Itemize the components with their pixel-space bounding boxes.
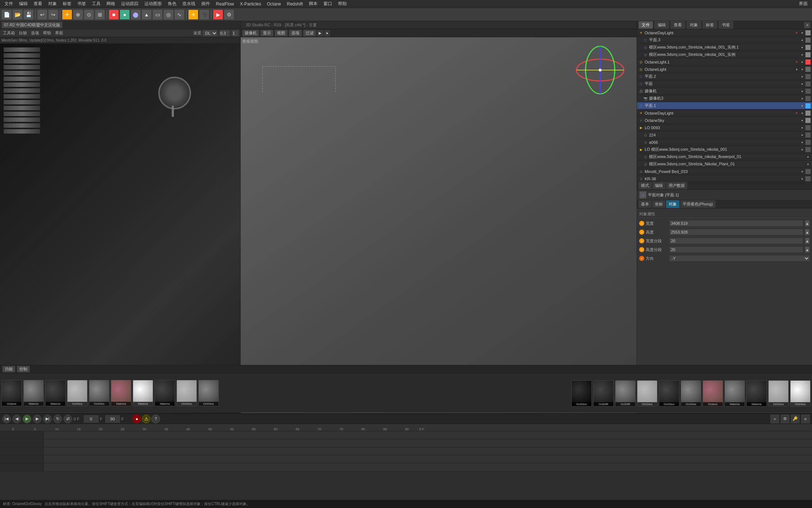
speed-multiplier-input[interactable] — [232, 30, 239, 36]
prop-wseg-spin[interactable]: ▲ — [805, 238, 810, 244]
scene-item[interactable]: ▶ LO 模区www.3dsmj.com_Strelizia_nikolai_0… — [637, 146, 812, 153]
start-frame-input[interactable] — [84, 415, 98, 423]
menu-tools[interactable]: 工具 — [89, 0, 104, 8]
item-vis-btn[interactable]: ✕ — [794, 30, 799, 35]
material-swatch[interactable]: Materia — [111, 380, 131, 406]
scene-item[interactable]: ◎ OctaneLight ● ● — [637, 66, 812, 73]
options-menu[interactable]: 选项 — [30, 30, 40, 36]
save-btn[interactable]: 💾 — [23, 9, 34, 20]
scene-manager-expand[interactable]: » — [804, 22, 811, 28]
track-content[interactable] — [44, 455, 812, 463]
props-tab-basic[interactable]: 基本 — [638, 200, 652, 208]
item-vis-btn[interactable]: ✕ — [794, 111, 799, 116]
mat-toolbar-btn1[interactable]: 功能 — [2, 366, 15, 373]
menu-xparticles[interactable]: X-Particles — [237, 1, 264, 7]
scene-item[interactable]: ☀ OctaneDayLight ✕ ● — [637, 109, 812, 117]
menu-script[interactable]: 脚本 — [306, 0, 320, 8]
material-swatch[interactable]: Octane — [703, 380, 723, 407]
menu-redshift[interactable]: Redshift — [284, 1, 306, 7]
material-swatch[interactable]: Materia — [155, 380, 175, 406]
move-btn[interactable]: ⊕ — [73, 9, 83, 20]
scene-item[interactable]: □ 平面.3 ● — [637, 36, 812, 44]
scene-item[interactable]: ◎ OctaneLight.1 ✕ ● — [637, 58, 812, 66]
props-tab-coord[interactable]: 坐标 — [652, 200, 665, 208]
item-vis-btn[interactable]: ● — [800, 132, 805, 138]
torus-btn[interactable]: ◎ — [163, 9, 174, 20]
item-lock-btn[interactable]: ● — [800, 111, 805, 116]
item-vis-btn[interactable]: ● — [800, 176, 805, 181]
menu-view[interactable]: 查看 — [31, 0, 45, 8]
new-btn[interactable]: 📄 — [1, 9, 12, 20]
loop-btn[interactable]: ↻ — [53, 415, 62, 423]
scene-item[interactable]: ○ OctaneSky ● — [637, 117, 812, 124]
item-vis-btn[interactable]: ● — [800, 96, 805, 101]
scene-item[interactable]: ◇ 模区www.3dsmj.com_Strelizia_Nikolai_Plan… — [637, 161, 812, 168]
scene-item[interactable]: 📷 摄像机3 ● — [637, 95, 812, 102]
undo-btn[interactable]: ↩ — [37, 9, 47, 20]
menu-bookmark[interactable]: 书签 — [74, 0, 89, 8]
box-btn[interactable]: ■ — [109, 9, 119, 20]
track-content[interactable] — [44, 447, 812, 455]
item-vis-btn[interactable]: ● — [794, 67, 799, 72]
mode-tab-edit[interactable]: 编辑 — [652, 182, 665, 189]
track-content[interactable] — [44, 439, 812, 447]
scene-tab-view[interactable]: 查看 — [671, 21, 685, 29]
material-swatch[interactable]: OctGlos — [198, 380, 219, 406]
menu-motion-track[interactable]: 运动跟踪 — [118, 0, 141, 8]
prop-hseg-input[interactable] — [669, 246, 803, 253]
scene-item[interactable]: ◇ 模区www.3dsmj.com_Strelizia_nikolai_001_… — [637, 51, 812, 58]
camera-btn[interactable]: 🎥 — [199, 9, 209, 20]
vp-display-btn[interactable]: 显示 — [260, 30, 273, 36]
scene-item[interactable]: ◇ Minotti_Powell Bed_033 ● — [637, 168, 812, 175]
material-swatch[interactable]: Octane — [1, 380, 22, 406]
redo-btn[interactable]: ↪ — [48, 9, 58, 20]
material-swatch[interactable]: Materia — [45, 380, 66, 406]
props-tab-object[interactable]: 对象 — [666, 200, 679, 208]
prop-wseg-input[interactable] — [669, 238, 803, 244]
scale-btn[interactable]: ⊞ — [95, 9, 105, 20]
item-vis-btn[interactable]: ● — [800, 52, 805, 57]
render-settings-btn[interactable]: ⚙ — [224, 9, 234, 20]
add-track-btn[interactable]: + — [770, 415, 779, 423]
scene-item-selected[interactable]: □ 平面.1 ● — [637, 102, 812, 109]
prop-dir-select[interactable]: -Y +Y +X -X +Z -Z — [669, 255, 810, 262]
prop-height-spin[interactable]: ▲ — [805, 229, 810, 235]
material-swatch[interactable]: Materia — [23, 380, 44, 406]
interface-menu[interactable]: 界面 — [54, 30, 65, 36]
item-vis-btn[interactable]: ● — [800, 81, 805, 86]
material-swatch[interactable]: OctGlos — [571, 380, 592, 407]
item-vis-btn[interactable]: ● — [800, 118, 805, 123]
menu-motion-graphic[interactable]: 运动图形 — [141, 0, 165, 8]
compare-menu[interactable]: 比较 — [18, 30, 28, 36]
material-swatch[interactable]: OctGlos — [659, 380, 679, 407]
select-btn[interactable]: ✛ — [62, 9, 72, 20]
menu-window[interactable]: 窗口 — [320, 0, 335, 8]
item-vis-btn[interactable]: ● — [800, 125, 805, 130]
scene-item[interactable]: ☀ OctaneDayLight ✕ ● — [637, 29, 812, 36]
material-swatch[interactable]: OctGlos — [89, 380, 109, 406]
speed-value-input[interactable] — [219, 30, 230, 36]
rotate-btn[interactable]: ⊙ — [84, 9, 94, 20]
cylinder-btn[interactable]: ⬤ — [131, 9, 141, 20]
render-btn[interactable]: ▶ — [213, 9, 223, 20]
material-swatch[interactable]: Materia — [133, 380, 153, 406]
spline-btn[interactable]: ∿ — [174, 9, 184, 20]
material-swatch[interactable]: Materia — [724, 380, 745, 407]
scene-item[interactable]: ▶ LO 0093 ● — [637, 124, 812, 131]
menu-plugin[interactable]: 插件 — [198, 0, 213, 8]
light-btn[interactable]: ☀ — [188, 9, 198, 20]
prop-width-spin[interactable]: ▲ — [805, 220, 810, 227]
material-swatch[interactable]: OctGlos — [67, 380, 88, 406]
item-vis-btn[interactable]: ● — [805, 154, 811, 159]
scene-item[interactable]: ◇ 224 ● — [637, 131, 812, 139]
toolbox-menu[interactable]: 工具箱 — [1, 30, 16, 36]
vp-view-btn[interactable]: 视图 — [275, 30, 288, 36]
sphere-btn[interactable]: ● — [120, 9, 130, 20]
menu-waterline[interactable]: 造水线 — [179, 0, 198, 8]
scene-item[interactable]: ◇ KR-38 ● — [637, 175, 812, 181]
cone-btn[interactable]: ▲ — [141, 9, 152, 20]
item-vis-btn[interactable]: ✕ — [794, 59, 799, 65]
scene-tab-file[interactable]: 文件 — [638, 21, 653, 29]
mode-tab-mode[interactable]: 模式 — [638, 182, 652, 189]
play-btn[interactable]: ▶ — [23, 415, 31, 423]
